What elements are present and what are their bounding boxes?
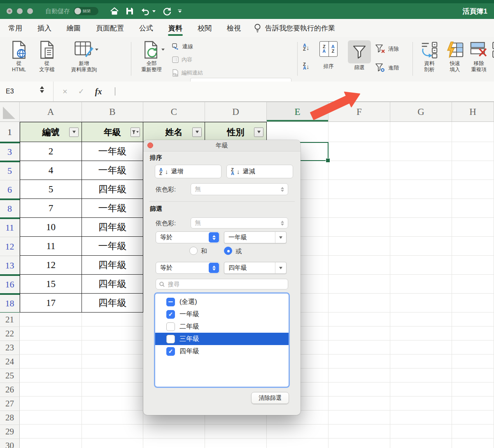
combo-dropdown-button[interactable] — [275, 262, 286, 273]
cell-f18[interactable] — [329, 294, 390, 313]
close-window-button[interactable] — [7, 8, 12, 14]
cell-id[interactable]: 5 — [20, 180, 82, 199]
empty-cell[interactable] — [390, 439, 452, 448]
empty-cell[interactable] — [20, 383, 82, 397]
cell-h18[interactable] — [452, 294, 494, 313]
cell-id[interactable]: 10 — [20, 218, 82, 237]
row-header-13[interactable]: 13 — [0, 256, 20, 275]
tab-資料[interactable]: 資料 — [168, 23, 182, 33]
new-database-query-button[interactable]: 新增 資料庫查詢 — [63, 40, 105, 73]
cell-g16[interactable] — [390, 275, 452, 294]
empty-cell[interactable] — [329, 369, 390, 383]
cell-g12[interactable] — [390, 237, 452, 256]
empty-cell[interactable] — [390, 341, 452, 355]
empty-cell[interactable] — [329, 341, 390, 355]
dialog-close-button[interactable] — [147, 142, 153, 148]
row-header-1[interactable]: 1 — [0, 122, 20, 142]
empty-cell[interactable] — [20, 327, 82, 341]
cell-id[interactable]: 12 — [20, 256, 82, 275]
filter-list-item[interactable]: ✓一年級 — [155, 308, 289, 320]
cell-f13[interactable] — [329, 256, 390, 275]
row-header-22[interactable]: 22 — [0, 327, 20, 341]
cell-h11[interactable] — [452, 218, 494, 237]
checkbox-checked-icon[interactable]: ✓ — [166, 347, 175, 356]
sort-descending-dialog-button[interactable]: ZA ↓ 遞減 — [226, 165, 293, 178]
cell-g3[interactable] — [390, 142, 452, 161]
empty-cell[interactable] — [82, 341, 143, 355]
filter-list-item[interactable]: ✓四年級 — [155, 345, 289, 357]
cell-h1[interactable] — [452, 122, 494, 142]
confirm-entry-icon[interactable]: ✓ — [78, 87, 84, 96]
cell-grade[interactable]: 一年級 — [82, 237, 143, 256]
row-header-28[interactable]: 28 — [0, 411, 20, 425]
clear-filter-button[interactable]: 清除 — [375, 44, 399, 54]
row-header-23[interactable]: 23 — [0, 341, 20, 355]
row-header-3[interactable]: 3 — [0, 142, 20, 161]
empty-cell[interactable] — [267, 425, 329, 439]
column-header-A[interactable]: A — [20, 102, 82, 121]
filter-search-field[interactable] — [156, 279, 288, 289]
save-icon[interactable] — [126, 7, 134, 15]
empty-cell[interactable] — [329, 383, 390, 397]
active-filter-funnel-button[interactable] — [130, 127, 140, 137]
cell-h3[interactable] — [452, 142, 494, 161]
empty-cell[interactable] — [390, 397, 452, 411]
sort-ascending-dialog-button[interactable]: AZ ↓ 遞增 — [155, 165, 221, 178]
advanced-filter-button[interactable]: 進階 — [375, 63, 399, 72]
cell-h13[interactable] — [452, 256, 494, 275]
filter-dropdown-button[interactable] — [69, 127, 79, 137]
row-header-26[interactable]: 26 — [0, 383, 20, 397]
empty-cell[interactable] — [452, 341, 494, 355]
cell-id[interactable]: 4 — [20, 161, 82, 180]
header-cell-a1[interactable]: 編號 — [20, 122, 82, 142]
condition1-value-combo[interactable]: 一年級 — [224, 231, 287, 243]
text-to-columns-button[interactable]: 資料 剖析 — [418, 40, 440, 73]
name-box[interactable]: E3 — [0, 82, 54, 101]
formula-input-caret[interactable] — [115, 87, 115, 96]
from-html-button[interactable]: 從 HTML — [7, 40, 31, 73]
zoom-window-button[interactable] — [27, 8, 33, 14]
select-all-corner[interactable] — [0, 102, 20, 121]
cell-g1[interactable] — [390, 122, 452, 142]
flash-fill-button[interactable]: 快速 填入 — [444, 40, 466, 73]
fill-handle[interactable] — [326, 158, 330, 163]
condition2-operator-dropdown[interactable]: 等於 — [156, 262, 220, 274]
row-header-6[interactable]: 6 — [0, 180, 20, 199]
tab-檢視[interactable]: 檢視 — [227, 23, 241, 33]
empty-cell[interactable] — [452, 383, 494, 397]
empty-cell[interactable] — [390, 369, 452, 383]
cell-f5[interactable] — [329, 161, 390, 180]
cell-grade[interactable]: 一年級 — [82, 161, 143, 180]
column-header-D[interactable]: D — [205, 102, 267, 121]
row-header-12[interactable]: 12 — [0, 237, 20, 256]
name-box-stepper[interactable] — [40, 86, 44, 93]
condition1-operator-dropdown[interactable]: 等於 — [156, 231, 220, 243]
cell-grade[interactable]: 一年級 — [82, 199, 143, 218]
empty-cell[interactable] — [205, 425, 267, 439]
row-header-29[interactable]: 29 — [0, 425, 20, 439]
header-cell-d1[interactable]: 性別 — [205, 122, 267, 142]
empty-cell[interactable] — [329, 411, 390, 425]
checkbox-indeterminate-icon[interactable] — [166, 298, 175, 306]
cell-h16[interactable] — [452, 275, 494, 294]
column-header-C[interactable]: C — [143, 102, 205, 121]
empty-cell[interactable] — [452, 411, 494, 425]
empty-cell[interactable] — [390, 383, 452, 397]
cell-g13[interactable] — [390, 256, 452, 275]
tab-常用[interactable]: 常用 — [8, 23, 22, 33]
empty-cell[interactable] — [205, 439, 267, 448]
cell-g5[interactable] — [390, 161, 452, 180]
tell-me-box[interactable]: 告訴我您要執行的作業 — [254, 23, 335, 33]
home-icon[interactable] — [110, 7, 119, 15]
empty-cell[interactable] — [329, 439, 390, 448]
cell-grade[interactable]: 四年級 — [82, 275, 143, 294]
empty-cell[interactable] — [329, 425, 390, 439]
cell-id[interactable]: 7 — [20, 199, 82, 218]
redo-icon[interactable] — [162, 7, 171, 16]
empty-cell[interactable] — [20, 439, 82, 448]
empty-cell[interactable] — [82, 397, 143, 411]
empty-cell[interactable] — [452, 369, 494, 383]
row-header-25[interactable]: 25 — [0, 369, 20, 383]
row-header-8[interactable]: 8 — [0, 199, 20, 218]
filter-list-item[interactable]: 二年級 — [155, 320, 289, 333]
